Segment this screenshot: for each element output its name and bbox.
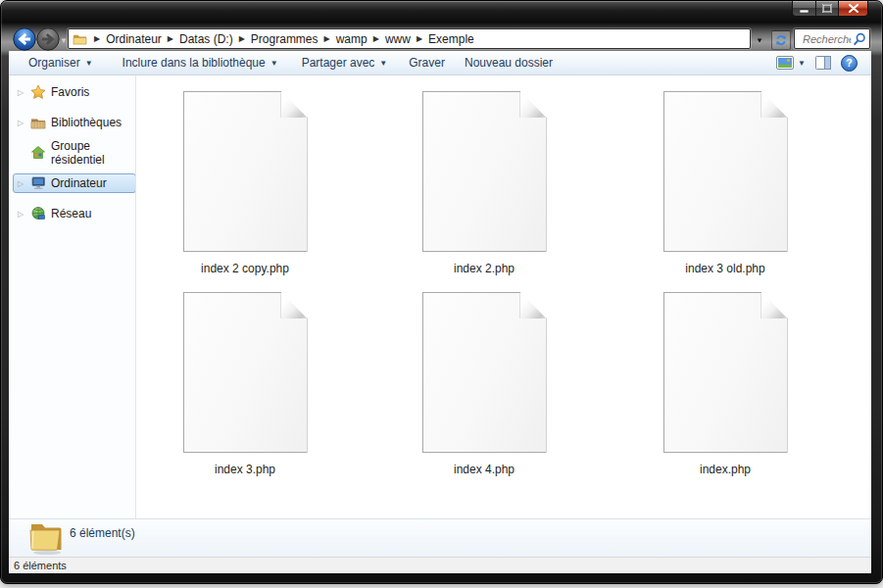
search-input[interactable]: [801, 32, 853, 46]
back-button[interactable]: [13, 27, 36, 51]
preview-pane-button[interactable]: [815, 56, 831, 70]
file-icon: [183, 292, 308, 453]
file-item[interactable]: index 3 old.php: [613, 91, 838, 275]
include-in-library-label: Inclure dans la bibliothèque: [123, 56, 266, 70]
expander-icon[interactable]: ▷: [16, 179, 25, 188]
sidebar-item-ordinateur[interactable]: ▷ Ordinateur: [13, 173, 136, 193]
minimize-icon: [800, 4, 809, 13]
file-list-area[interactable]: index 2 copy.php index 2.php index 3 old…: [136, 75, 871, 518]
chevron-right-icon[interactable]: ▶: [164, 34, 177, 43]
computer-icon: [30, 175, 46, 191]
status-bar: 6 éléments: [9, 557, 871, 573]
sidebar-item-reseau[interactable]: ▷ Réseau: [13, 204, 136, 223]
help-button[interactable]: ?: [841, 55, 858, 72]
sidebar-label: Groupe résidentiel: [51, 139, 135, 167]
sidebar-item-bibliotheques[interactable]: ▷ Bibliothèques: [13, 113, 136, 132]
sidebar-item-favoris[interactable]: ▷ Favoris: [13, 82, 136, 102]
page-fold-icon: [761, 91, 788, 118]
refresh-icon: [774, 33, 788, 47]
file-icon: [183, 91, 308, 252]
share-with-label: Partager avec: [302, 56, 375, 70]
sidebar-label: Ordinateur: [51, 176, 107, 190]
window-controls: [792, 1, 868, 17]
navigation-bar: ▼ ▶ Ordinateur ▶ Datas (D:) ▶ Programmes…: [1, 26, 882, 52]
file-icon: [663, 91, 788, 252]
chevron-right-icon[interactable]: ▶: [369, 34, 383, 43]
chevron-right-icon[interactable]: ▶: [413, 34, 426, 43]
burn-button[interactable]: Graver: [401, 53, 453, 73]
navigation-pane: ▷ Favoris ▷ Bibliothèques: [9, 75, 136, 518]
help-icon: ?: [841, 55, 858, 72]
file-icon: [422, 91, 547, 252]
chevron-down-icon: ▼: [798, 59, 806, 68]
breadcrumb-wamp[interactable]: wamp: [334, 32, 369, 46]
close-button[interactable]: [838, 1, 868, 17]
address-bar[interactable]: ▶ Ordinateur ▶ Datas (D:) ▶ Programmes ▶…: [68, 28, 751, 49]
folder-icon: [25, 520, 65, 556]
page-fold-icon: [520, 91, 547, 118]
organize-label: Organiser: [28, 56, 80, 70]
file-item[interactable]: index 2.php: [371, 91, 597, 275]
include-in-library-button[interactable]: Inclure dans la bibliothèque ▼: [115, 53, 286, 73]
expander-icon[interactable]: ▷: [16, 210, 25, 219]
share-with-button[interactable]: Partager avec ▼: [294, 53, 396, 73]
network-icon: [30, 206, 46, 221]
file-name: index 2 copy.php: [132, 262, 358, 275]
preview-pane-icon: [815, 56, 831, 70]
breadcrumb-ordinateur[interactable]: Ordinateur: [104, 32, 164, 46]
sidebar-item-groupe-residentiel[interactable]: Groupe résidentiel: [13, 143, 136, 163]
organize-button[interactable]: Organiser ▼: [21, 53, 101, 73]
file-item[interactable]: index 4.php: [371, 292, 597, 476]
file-name: index.php: [613, 463, 838, 476]
file-icon: [663, 292, 788, 453]
refresh-button[interactable]: [771, 30, 791, 50]
forward-button-disabled[interactable]: [36, 27, 60, 51]
chevron-right-icon[interactable]: ▶: [320, 34, 334, 43]
minimize-button[interactable]: [792, 1, 816, 17]
page-fold-icon: [761, 292, 788, 318]
sidebar-label: Réseau: [51, 207, 91, 220]
expander-icon[interactable]: ▷: [16, 88, 25, 97]
file-name: index 3 old.php: [613, 262, 838, 275]
page-fold-icon: [281, 91, 308, 118]
details-pane: 6 élément(s): [9, 518, 871, 557]
address-history-dropdown[interactable]: ▼: [756, 36, 763, 45]
command-toolbar: Organiser ▼ Inclure dans la bibliothèque…: [9, 51, 871, 75]
chevron-down-icon: ▼: [379, 59, 387, 68]
page-fold-icon: [281, 292, 308, 318]
recent-pages-dropdown[interactable]: ▼: [60, 36, 68, 45]
burn-label: Graver: [409, 56, 445, 70]
sidebar-label: Bibliothèques: [51, 116, 122, 129]
new-folder-label: Nouveau dossier: [465, 56, 553, 70]
search-box[interactable]: [794, 28, 870, 49]
breadcrumb-exemple[interactable]: Exemple: [426, 32, 476, 46]
views-icon: [776, 56, 794, 70]
breadcrumb-www[interactable]: www: [383, 32, 413, 46]
file-item[interactable]: index 2 copy.php: [132, 91, 358, 275]
toolbar-right-group: ▼ ?: [776, 55, 871, 72]
breadcrumb-datas[interactable]: Datas (D:): [177, 32, 235, 46]
file-name: index 2.php: [371, 262, 597, 275]
file-item[interactable]: index.php: [613, 292, 838, 476]
close-icon: [849, 4, 858, 13]
search-icon[interactable]: [853, 32, 866, 46]
folder-icon: [73, 32, 87, 45]
maximize-icon: [822, 4, 832, 13]
library-icon: [30, 115, 46, 130]
chevron-down-icon: ▼: [270, 59, 278, 68]
page-fold-icon: [520, 292, 547, 318]
homegroup-icon: [30, 145, 46, 161]
breadcrumb-programmes[interactable]: Programmes: [249, 32, 320, 46]
file-name: index 4.php: [371, 463, 597, 476]
explorer-window: ▼ ▶ Ordinateur ▶ Datas (D:) ▶ Programmes…: [0, 0, 883, 584]
file-icon: [422, 292, 547, 453]
expander-icon[interactable]: ▷: [16, 119, 25, 127]
chevron-right-icon: ▶: [90, 34, 104, 43]
file-item[interactable]: index 3.php: [132, 292, 358, 476]
file-name: index 3.php: [132, 463, 358, 476]
change-view-button[interactable]: ▼: [776, 56, 806, 70]
chevron-right-icon[interactable]: ▶: [235, 34, 249, 43]
new-folder-button[interactable]: Nouveau dossier: [457, 53, 561, 73]
maximize-button[interactable]: [816, 1, 838, 17]
star-icon: [30, 84, 46, 100]
